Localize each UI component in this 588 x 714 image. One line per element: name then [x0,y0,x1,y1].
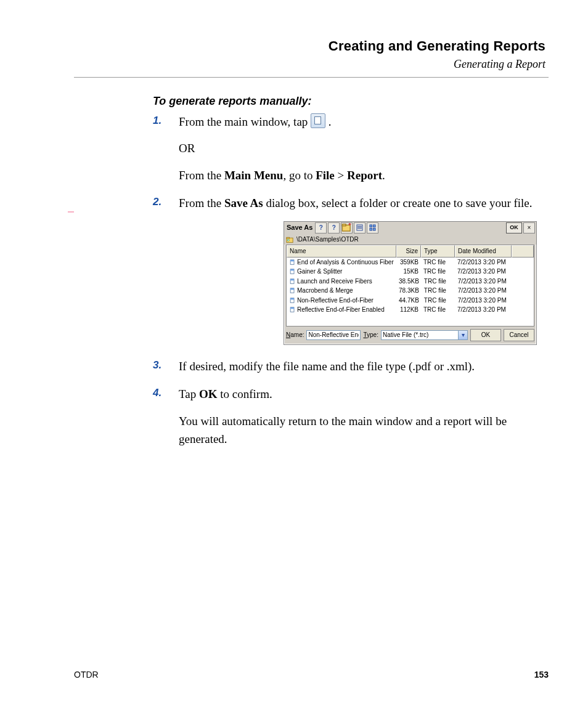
file-icon [289,307,296,313]
step1-or: OR [179,139,549,157]
svg-rect-6 [370,225,372,227]
step-3: If desired, modify the file name and the… [153,357,549,375]
icon-button[interactable]: ? [315,222,327,233]
step-2: From the Save As dialog box, select a fo… [153,194,549,344]
svg-rect-4 [357,227,362,228]
svg-rect-1 [343,224,346,226]
procedure-title: To generate reports manually: [153,95,549,108]
name-label: Name: [286,330,304,340]
svg-rect-9 [374,229,376,231]
page-number: 153 [534,670,549,680]
type-label: Type: [363,330,378,340]
save-as-dialog: Save As ? ? OK × [284,221,537,345]
file-icon [289,259,296,266]
col-size[interactable]: Size [396,245,421,258]
step-4: Tap OK to confirm. You will automaticall… [153,385,549,448]
table-row[interactable]: Reflective End-of-Fiber Enabled112KBTRC … [287,305,534,315]
view-list-icon[interactable] [354,222,365,233]
svg-rect-11 [287,237,290,238]
file-list[interactable]: Name Size Type Date Modified End of Anal… [286,245,534,327]
table-row[interactable]: Launch and Receive Fibers38.5KBTRC file7… [287,277,534,286]
svg-rect-22 [290,298,294,299]
step1-text: From the main window, tap [179,115,311,128]
file-icon [289,298,296,304]
svg-rect-24 [290,307,294,309]
close-icon[interactable]: × [523,222,535,233]
filename-input[interactable] [306,330,361,340]
step-1: From the main window, tap . OR From the … [153,113,549,184]
col-rest [512,245,534,258]
svg-rect-20 [290,288,294,290]
col-type[interactable]: Type [421,245,455,258]
decorative-mark [68,211,74,213]
svg-rect-16 [290,269,294,271]
section-title: Generating a Report [74,58,545,71]
svg-rect-14 [290,259,294,261]
table-row[interactable]: Non-Reflective End-of-Fiber44.7KBTRC fil… [287,296,534,306]
table-row[interactable]: Gainer & Splitter15KBTRC file7/2/2013 3:… [287,267,534,277]
svg-rect-7 [374,225,376,227]
col-name[interactable]: Name [287,245,396,258]
footer-left: OTDR [74,670,534,680]
svg-rect-18 [290,278,294,280]
file-icon [289,288,296,294]
new-folder-icon[interactable] [341,222,353,233]
chevron-down-icon[interactable]: ▾ [458,331,467,339]
path-text: \DATA\Samples\OTDR [296,235,359,245]
file-icon [289,269,296,275]
help-icon[interactable]: ? [328,222,340,233]
folder-icon [286,236,294,243]
ok-button[interactable]: OK [470,329,501,341]
report-icon [311,113,325,128]
step1-alt: From the Main Menu, go to File > Report. [179,166,549,184]
svg-rect-3 [357,226,362,227]
file-icon [289,278,296,285]
chapter-title: Creating and Generating Reports [74,38,545,54]
dialog-title: Save As [285,222,314,233]
table-row[interactable]: End of Analysis & Continuous Fiber359KBT… [287,258,534,267]
cancel-button[interactable]: Cancel [504,329,534,341]
table-row[interactable]: Macrobend & Merge78.3KBTRC file7/2/2013 … [287,286,534,296]
view-icons-icon[interactable] [367,222,378,233]
svg-point-12 [287,239,289,241]
dialog-ok-title-button[interactable]: OK [506,222,522,233]
filetype-select[interactable]: Native File (*.trc) ▾ [381,330,468,340]
svg-rect-5 [357,229,362,229]
svg-rect-8 [370,229,372,231]
header-rule [74,77,549,78]
col-date[interactable]: Date Modified [455,245,512,258]
